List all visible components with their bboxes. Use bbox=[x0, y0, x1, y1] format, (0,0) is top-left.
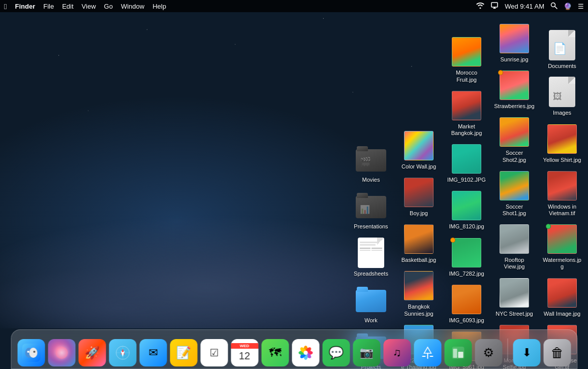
menubar:  Finder File Edit View Go Window Help W… bbox=[0, 0, 588, 12]
icon-img6093[interactable]: IMG_6093.jpg bbox=[444, 281, 489, 326]
icon-watermelons-label: Watermelons.jpg bbox=[542, 257, 582, 270]
icon-nycstreet[interactable]: NYC Street.jpg bbox=[491, 275, 537, 319]
svg-point-7 bbox=[33, 351, 35, 353]
dock-finder[interactable] bbox=[17, 339, 45, 366]
dock-trash[interactable]: 🗑 bbox=[543, 339, 571, 366]
dock-maps-icon: 🗺 bbox=[261, 339, 289, 366]
dock-calendar[interactable]: WED 12 bbox=[231, 339, 258, 366]
dock-messages-icon: 💬 bbox=[322, 339, 350, 366]
svg-point-21 bbox=[303, 351, 307, 355]
dock-safari[interactable] bbox=[109, 339, 136, 366]
icon-img9102[interactable]: IMG_9102.JPG bbox=[444, 141, 489, 185]
icon-col-5: 📄 Documents 🖼 Images Yellow Shirt.jpg bbox=[538, 26, 586, 369]
svg-point-5 bbox=[29, 348, 37, 358]
siri-status-icon[interactable]: 🔮 bbox=[564, 3, 572, 10]
icon-nycstreet-label: NYC Street.jpg bbox=[496, 311, 533, 317]
dock-itunes[interactable]: ♫ bbox=[383, 339, 411, 366]
wifi-icon[interactable] bbox=[476, 3, 484, 10]
icon-soccershot1[interactable]: Soccer Shot1.jpg bbox=[491, 167, 537, 219]
airplay-icon[interactable] bbox=[490, 2, 499, 11]
icon-presentations[interactable]: 📊 Presentations bbox=[348, 187, 394, 232]
dock-calendar-icon: WED 12 bbox=[231, 339, 258, 366]
dock-preferences[interactable]: ⚙ bbox=[475, 339, 502, 366]
svg-rect-24 bbox=[458, 352, 463, 358]
icon-marketbangkok[interactable]: Market Bangkok.jpg bbox=[444, 87, 489, 139]
icon-images[interactable]: 🖼 Images bbox=[539, 74, 585, 118]
dock-itunes-icon: ♫ bbox=[383, 339, 411, 366]
icon-sunrise[interactable]: Sunrise.jpg bbox=[491, 20, 537, 65]
svg-rect-0 bbox=[491, 3, 498, 7]
icon-soccershot1-label: Soccer Shot1.jpg bbox=[494, 204, 535, 217]
menubar-left:  Finder File Edit View Go Window Help bbox=[4, 2, 166, 11]
menubar-window[interactable]: Window bbox=[121, 3, 144, 10]
icon-morocco-label: Morocco Fruit.jpg bbox=[446, 70, 487, 83]
menubar-go[interactable]: Go bbox=[104, 3, 113, 10]
dock-notes[interactable]: 📝 bbox=[170, 339, 197, 366]
menubar-edit[interactable]: Edit bbox=[62, 3, 73, 10]
menubar-finder[interactable]: Finder bbox=[15, 3, 35, 10]
icon-col-3: Morocco Fruit.jpg Market Bangkok.jpg IMG… bbox=[443, 32, 490, 369]
icon-documents-label: Documents bbox=[548, 63, 576, 70]
menubar-file[interactable]: File bbox=[43, 3, 54, 10]
icon-img7282[interactable]: IMG_7282.jpg bbox=[444, 234, 489, 279]
icon-img7282-label: IMG_7282.jpg bbox=[449, 271, 484, 277]
apple-menu[interactable]:  bbox=[4, 2, 7, 11]
icon-windowsvietnam[interactable]: Windows in Vietnam.tif bbox=[539, 167, 585, 219]
menubar-right: Wed 9:41 AM 🔮 ☰ bbox=[476, 2, 584, 11]
dock-trash-icon: 🗑 bbox=[543, 339, 571, 366]
icon-spreadsheets[interactable]: Spreadsheets bbox=[348, 234, 394, 279]
icon-boy-label: Boy.jpg bbox=[410, 210, 428, 217]
icon-colorwall[interactable]: Color Wall.jpg bbox=[396, 127, 442, 172]
dock-maps[interactable]: 🗺 bbox=[261, 339, 289, 366]
icon-col-4: Sunrise.jpg Strawberries.jpg Soccer Shot… bbox=[490, 19, 538, 369]
svg-line-2 bbox=[555, 6, 558, 9]
dock-appstore-icon bbox=[414, 339, 441, 366]
dock-downloads[interactable]: ⬇ bbox=[513, 339, 540, 366]
dock-launchpad[interactable]: 🚀 bbox=[78, 339, 106, 366]
icon-work[interactable]: Work bbox=[348, 281, 394, 326]
search-icon[interactable] bbox=[550, 2, 558, 11]
menubar-help[interactable]: Help bbox=[152, 3, 166, 10]
icon-wallimage[interactable]: Wall Image.jpg bbox=[539, 275, 585, 319]
dock-messages[interactable]: 💬 bbox=[322, 339, 350, 366]
dock-mail[interactable]: ✉ bbox=[139, 339, 167, 366]
dock-siri[interactable] bbox=[48, 339, 75, 366]
icon-strawberries[interactable]: Strawberries.jpg bbox=[491, 67, 537, 112]
menubar-view[interactable]: View bbox=[82, 3, 96, 10]
icon-sunrise-label: Sunrise.jpg bbox=[500, 56, 528, 63]
icon-watermelons[interactable]: Watermelons.jpg bbox=[539, 221, 585, 272]
dock-photos-icon bbox=[292, 339, 319, 366]
dock-siri-icon bbox=[48, 339, 75, 366]
dock-facetime-icon: 📷 bbox=[353, 339, 380, 366]
icon-boy[interactable]: Boy.jpg bbox=[396, 174, 442, 219]
icon-rooftop[interactable]: Rooftop View.jpg bbox=[491, 221, 537, 272]
icon-soccershot2[interactable]: Soccer Shot2.jpg bbox=[491, 114, 537, 165]
icon-img8120-label: IMG_8120.jpg bbox=[449, 223, 484, 230]
icon-soccershot2-label: Soccer Shot2.jpg bbox=[494, 150, 535, 163]
clock: Wed 9:41 AM bbox=[505, 3, 544, 10]
icon-img8120[interactable]: IMG_8120.jpg bbox=[444, 187, 489, 232]
dock-reminders[interactable]: ☑ bbox=[200, 339, 228, 366]
icon-work-label: Work bbox=[364, 317, 377, 324]
icon-wallimage-label: Wall Image.jpg bbox=[544, 311, 580, 317]
icon-basketball[interactable]: Basketball.jpg bbox=[396, 221, 442, 265]
svg-point-6 bbox=[27, 351, 29, 353]
svg-rect-23 bbox=[453, 349, 457, 358]
icon-spreadsheets-label: Spreadsheets bbox=[354, 271, 388, 277]
icon-movies[interactable]: 🎬 Movies bbox=[348, 141, 394, 185]
dock-numbers[interactable] bbox=[444, 339, 472, 366]
icon-windowsvietnam-label: Windows in Vietnam.tif bbox=[542, 204, 582, 217]
icon-morocco[interactable]: Morocco Fruit.jpg bbox=[444, 33, 489, 85]
icon-basketball-label: Basketball.jpg bbox=[401, 257, 437, 263]
dock-appstore[interactable] bbox=[414, 339, 441, 366]
dock-photos[interactable] bbox=[292, 339, 319, 366]
icon-documents[interactable]: 📄 Documents bbox=[539, 27, 585, 72]
icon-bangkoksun-label: Bangkok Sunnies.jpg bbox=[398, 304, 439, 317]
notification-center-icon[interactable]: ☰ bbox=[578, 3, 584, 10]
dock-finder-icon bbox=[17, 339, 45, 366]
icon-images-label: Images bbox=[553, 110, 571, 116]
icon-yellowshirt[interactable]: Yellow Shirt.jpg bbox=[539, 121, 585, 165]
icon-bangkoksun[interactable]: Bangkok Sunnies.jpg bbox=[396, 267, 442, 319]
dock-facetime[interactable]: 📷 bbox=[353, 339, 380, 366]
icon-yellowshirt-label: Yellow Shirt.jpg bbox=[543, 157, 581, 163]
